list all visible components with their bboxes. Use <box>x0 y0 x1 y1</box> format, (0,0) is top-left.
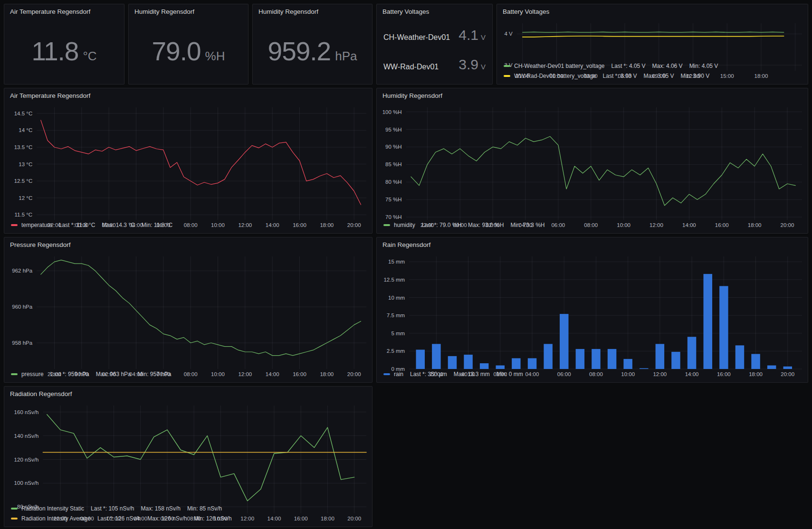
panel-humidity-stat: Humidity Regensdorf 79.0 %H <box>128 4 248 85</box>
svg-text:13 °C: 13 °C <box>19 161 32 167</box>
pressure-chart-plot[interactable]: 962 hPa960 hPa958 hPa22:0000:0002:0004:0… <box>6 253 370 368</box>
legend-item-radiation-intensity-average[interactable]: Radiation Intensity AverageLast *: 126 n… <box>11 513 372 523</box>
legend-series-dash-icon <box>11 508 18 510</box>
legend-series-name[interactable]: Radiation Intensity Average <box>21 515 91 522</box>
svg-text:7.5 mm: 7.5 mm <box>387 312 405 318</box>
air-temperature-stat-body: 11.8 °C <box>4 19 124 84</box>
svg-text:14.5 °C: 14.5 °C <box>14 111 32 116</box>
battery-device-name: WW-Rad-Dev01 <box>383 63 439 71</box>
legend-series-stat: Max: 13.3 mm <box>454 371 490 378</box>
panel-title-humidity-chart[interactable]: Humidity Regensdorf <box>377 88 808 103</box>
legend-series-name[interactable]: humidity <box>394 222 415 228</box>
svg-text:100 nSv/h: 100 nSv/h <box>14 480 39 486</box>
humidity-chart-plot[interactable]: 100 %H95 %H90 %H85 %H80 %H75 %H70 %H22:0… <box>379 104 806 219</box>
battery-device-name: CH-Weather-Dev01 <box>383 33 450 42</box>
svg-text:962 hPa: 962 hPa <box>12 268 32 274</box>
legend-item-rain[interactable]: rainLast *: 350 µmMax: 13.3 mmMin: 0 mm <box>383 369 808 379</box>
pressure-chart-legend: pressureLast *: 959 hPaMax: 963 hPaMin: … <box>4 368 372 382</box>
battery-stat-row-ch-weather: CH-Weather-Dev01 4.1V <box>383 27 486 43</box>
rain-chart-plot[interactable]: 15 mm12.5 mm10 mm7.5 mm5 mm2.5 mm0 mm22:… <box>379 253 806 368</box>
panel-title-air-temperature-chart[interactable]: Air Temperature Regensdorf <box>4 88 372 103</box>
panel-title-air-temperature-stat[interactable]: Air Temperature Regensdorf <box>4 4 124 19</box>
legend-series-stat: Last *: 3.93 V <box>603 73 637 79</box>
legend-series-name[interactable]: Radiation Intensity Static <box>21 505 84 512</box>
legend-item-temperature[interactable]: temperatureLast *: 11.8 °CMax: 14.3 °CMi… <box>11 220 372 230</box>
panel-rain-chart: Rain Regensdorf 15 mm12.5 mm10 mm7.5 mm5… <box>376 237 808 383</box>
svg-text:13.5 °C: 13.5 °C <box>14 144 32 150</box>
svg-text:140 nSv/h: 140 nSv/h <box>14 433 39 439</box>
radiation-chart-legend: Radiation Intensity StaticLast *: 105 nS… <box>4 503 372 527</box>
pressure-stat-body: 959.2 hPa <box>253 19 372 84</box>
humidity-stat-body: 79.0 %H <box>129 19 248 84</box>
legend-series-name[interactable]: pressure <box>21 371 44 378</box>
legend-series-dash-icon <box>383 224 390 226</box>
legend-series-name[interactable]: temperature <box>21 222 52 228</box>
svg-text:90 %H: 90 %H <box>385 144 402 150</box>
panel-pressure-chart: Pressure Regensdorf 962 hPa960 hPa958 hP… <box>4 237 373 383</box>
panel-title-rain-chart[interactable]: Rain Regensdorf <box>377 237 808 252</box>
legend-series-stat: Min: 3.90 V <box>681 73 710 79</box>
battery-voltage-value: 3.9 <box>459 57 478 72</box>
legend-series-stat: Last *: 105 nSv/h <box>91 505 134 512</box>
pressure-stat-value: 959.2 <box>268 38 331 65</box>
battery-voltage-unit: V <box>481 63 486 71</box>
svg-text:958 hPa: 958 hPa <box>12 340 32 346</box>
radiation-chart-plot[interactable]: 160 nSv/h140 nSv/h120 nSv/h100 nSv/h80 n… <box>6 402 370 503</box>
humidity-stat-value: 79.0 <box>152 38 201 65</box>
air-temperature-stat-unit: °C <box>83 49 96 64</box>
legend-item-humidity[interactable]: humidityLast *: 79.0 %HMax: 93.0 %HMin: … <box>383 220 808 230</box>
legend-series-stat: Max: 4.06 V <box>652 63 683 69</box>
legend-series-stat: Min: 0 mm <box>497 371 523 378</box>
svg-text:4 V: 4 V <box>505 31 513 37</box>
panel-title-battery-voltages-stat[interactable]: Battery Voltages <box>377 4 492 19</box>
air-temperature-stat-value: 11.8 <box>31 38 78 65</box>
legend-series-dash-icon <box>383 373 390 375</box>
air-temperature-chart-legend: temperatureLast *: 11.8 °CMax: 14.3 °CMi… <box>4 219 372 233</box>
panel-title-battery-voltages-chart[interactable]: Battery Voltages <box>497 4 808 19</box>
legend-series-stat: Max: 14.3 °C <box>102 222 135 228</box>
svg-text:2.5 mm: 2.5 mm <box>387 348 405 354</box>
legend-series-dash-icon <box>11 373 18 375</box>
legend-series-stat: Min: 73.3 %H <box>510 222 545 228</box>
panel-battery-voltages-chart: Battery Voltages 4 V3 V21:0000:0003:0006… <box>497 4 808 85</box>
svg-text:12.5 mm: 12.5 mm <box>383 277 405 283</box>
legend-series-stat: Min: 4.05 V <box>689 63 718 69</box>
legend-series-stat: Min: 957 hPa <box>138 371 172 378</box>
svg-text:100 %H: 100 %H <box>382 109 402 115</box>
legend-series-name[interactable]: WW-Rad-Dev01 battery_voltage <box>514 73 596 79</box>
legend-series-dash-icon <box>504 65 510 67</box>
panel-battery-voltages-stat: Battery Voltages CH-Weather-Dev01 4.1V W… <box>376 4 493 85</box>
panel-pressure-stat: Humidity Regensdorf 959.2 hPa <box>252 4 373 85</box>
battery-voltages-chart-plot[interactable]: 4 V3 V21:0000:0003:0006:0009:0012:0015:0… <box>499 19 806 60</box>
svg-text:960 hPa: 960 hPa <box>12 304 32 310</box>
panel-title-pressure-stat[interactable]: Humidity Regensdorf <box>253 4 372 19</box>
legend-series-stat: Last *: 350 µm <box>410 371 447 378</box>
dashboard-row-3: Pressure Regensdorf 962 hPa960 hPa958 hP… <box>4 237 808 383</box>
panel-title-pressure-chart[interactable]: Pressure Regensdorf <box>4 237 372 252</box>
legend-series-dash-icon <box>504 75 510 77</box>
legend-series-name[interactable]: CH-Weather-Dev01 battery_voltage <box>514 63 605 69</box>
legend-series-stat: Min: 85 nSv/h <box>187 505 222 512</box>
legend-series-stat: Last *: 126 nSv/h <box>97 515 141 522</box>
panel-title-radiation-chart[interactable]: Radiation Regensdorf <box>4 387 372 401</box>
battery-voltages-chart-legend: CH-Weather-Dev01 battery_voltageLast *: … <box>497 60 808 84</box>
dashboard-row-4: Radiation Regensdorf 160 nSv/h140 nSv/h1… <box>4 386 808 527</box>
battery-stat-row-ww-rad: WW-Rad-Dev01 3.9V <box>383 57 486 73</box>
legend-series-stat: Max: 93.0 %H <box>468 222 504 228</box>
legend-item-ch-weather-dev01-battery-voltage[interactable]: CH-Weather-Dev01 battery_voltageLast *: … <box>504 61 808 71</box>
panel-title-humidity-stat[interactable]: Humidity Regensdorf <box>129 4 248 19</box>
legend-series-name[interactable]: rain <box>394 371 403 378</box>
legend-series-stat: Last *: 11.8 °C <box>59 222 96 228</box>
legend-item-pressure[interactable]: pressureLast *: 959 hPaMax: 963 hPaMin: … <box>11 369 372 379</box>
air-temperature-chart-plot[interactable]: 14.5 °C14 °C13.5 °C13 °C12.5 °C12 °C11.5… <box>6 104 370 219</box>
svg-text:120 nSv/h: 120 nSv/h <box>14 457 39 463</box>
pressure-stat-unit: hPa <box>335 49 357 64</box>
panel-air-temperature-chart: Air Temperature Regensdorf 14.5 °C14 °C1… <box>4 88 373 234</box>
battery-voltage-value: 4.1 <box>459 27 478 43</box>
legend-item-ww-rad-dev01-battery-voltage[interactable]: WW-Rad-Dev01 battery_voltageLast *: 3.93… <box>504 71 808 81</box>
svg-text:80 %H: 80 %H <box>385 179 402 185</box>
dashboard-row-2: Air Temperature Regensdorf 14.5 °C14 °C1… <box>4 88 808 234</box>
legend-item-radiation-intensity-static[interactable]: Radiation Intensity StaticLast *: 105 nS… <box>11 503 372 513</box>
svg-text:95 %H: 95 %H <box>385 127 402 132</box>
legend-series-stat: Last *: 79.0 %H <box>422 222 461 228</box>
